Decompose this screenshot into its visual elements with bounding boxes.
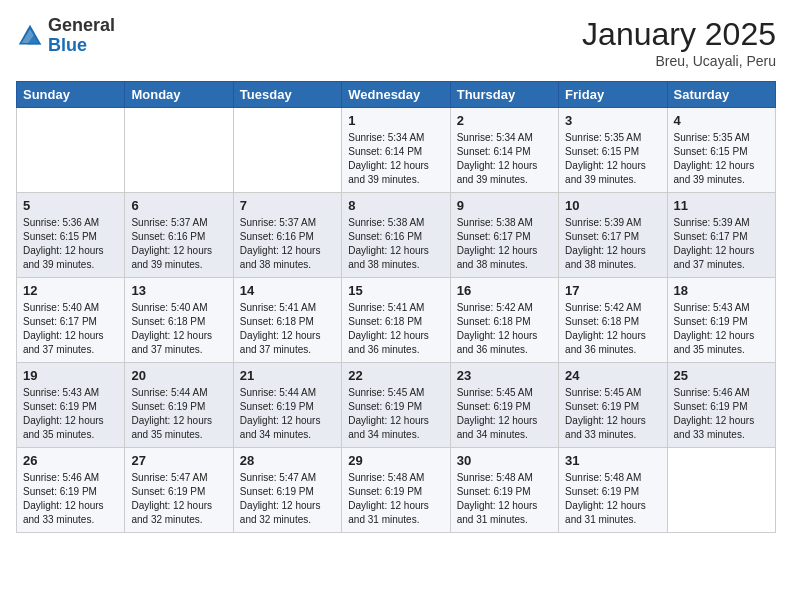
cell-content: Sunrise: 5:43 AMSunset: 6:19 PMDaylight:… [23,386,118,442]
calendar-cell: 3Sunrise: 5:35 AMSunset: 6:15 PMDaylight… [559,108,667,193]
calendar-cell [667,448,775,533]
day-number: 22 [348,368,443,383]
day-number: 30 [457,453,552,468]
day-number: 24 [565,368,660,383]
calendar-cell: 11Sunrise: 5:39 AMSunset: 6:17 PMDayligh… [667,193,775,278]
cell-content: Sunrise: 5:35 AMSunset: 6:15 PMDaylight:… [674,131,769,187]
logo: General Blue [16,16,115,56]
calendar-cell [233,108,341,193]
day-number: 21 [240,368,335,383]
day-number: 5 [23,198,118,213]
cell-content: Sunrise: 5:47 AMSunset: 6:19 PMDaylight:… [131,471,226,527]
day-number: 7 [240,198,335,213]
day-number: 8 [348,198,443,213]
day-number: 11 [674,198,769,213]
calendar-cell: 26Sunrise: 5:46 AMSunset: 6:19 PMDayligh… [17,448,125,533]
calendar-cell: 12Sunrise: 5:40 AMSunset: 6:17 PMDayligh… [17,278,125,363]
week-row-4: 19Sunrise: 5:43 AMSunset: 6:19 PMDayligh… [17,363,776,448]
weekday-header-friday: Friday [559,82,667,108]
cell-content: Sunrise: 5:41 AMSunset: 6:18 PMDaylight:… [240,301,335,357]
calendar-cell: 23Sunrise: 5:45 AMSunset: 6:19 PMDayligh… [450,363,558,448]
cell-content: Sunrise: 5:34 AMSunset: 6:14 PMDaylight:… [457,131,552,187]
day-number: 27 [131,453,226,468]
cell-content: Sunrise: 5:37 AMSunset: 6:16 PMDaylight:… [131,216,226,272]
calendar: SundayMondayTuesdayWednesdayThursdayFrid… [16,81,776,533]
cell-content: Sunrise: 5:40 AMSunset: 6:18 PMDaylight:… [131,301,226,357]
calendar-cell: 5Sunrise: 5:36 AMSunset: 6:15 PMDaylight… [17,193,125,278]
day-number: 2 [457,113,552,128]
calendar-cell: 1Sunrise: 5:34 AMSunset: 6:14 PMDaylight… [342,108,450,193]
weekday-header-thursday: Thursday [450,82,558,108]
cell-content: Sunrise: 5:39 AMSunset: 6:17 PMDaylight:… [674,216,769,272]
week-row-2: 5Sunrise: 5:36 AMSunset: 6:15 PMDaylight… [17,193,776,278]
calendar-cell: 20Sunrise: 5:44 AMSunset: 6:19 PMDayligh… [125,363,233,448]
day-number: 4 [674,113,769,128]
calendar-cell: 13Sunrise: 5:40 AMSunset: 6:18 PMDayligh… [125,278,233,363]
cell-content: Sunrise: 5:47 AMSunset: 6:19 PMDaylight:… [240,471,335,527]
cell-content: Sunrise: 5:38 AMSunset: 6:17 PMDaylight:… [457,216,552,272]
week-row-5: 26Sunrise: 5:46 AMSunset: 6:19 PMDayligh… [17,448,776,533]
weekday-header-saturday: Saturday [667,82,775,108]
logo-general: General [48,16,115,36]
cell-content: Sunrise: 5:45 AMSunset: 6:19 PMDaylight:… [348,386,443,442]
day-number: 13 [131,283,226,298]
weekday-header-wednesday: Wednesday [342,82,450,108]
month-title: January 2025 [582,16,776,53]
week-row-1: 1Sunrise: 5:34 AMSunset: 6:14 PMDaylight… [17,108,776,193]
day-number: 20 [131,368,226,383]
weekday-header-monday: Monday [125,82,233,108]
calendar-cell: 19Sunrise: 5:43 AMSunset: 6:19 PMDayligh… [17,363,125,448]
day-number: 1 [348,113,443,128]
calendar-cell: 2Sunrise: 5:34 AMSunset: 6:14 PMDaylight… [450,108,558,193]
cell-content: Sunrise: 5:45 AMSunset: 6:19 PMDaylight:… [565,386,660,442]
day-number: 14 [240,283,335,298]
calendar-cell: 14Sunrise: 5:41 AMSunset: 6:18 PMDayligh… [233,278,341,363]
cell-content: Sunrise: 5:42 AMSunset: 6:18 PMDaylight:… [565,301,660,357]
cell-content: Sunrise: 5:34 AMSunset: 6:14 PMDaylight:… [348,131,443,187]
logo-text: General Blue [48,16,115,56]
cell-content: Sunrise: 5:36 AMSunset: 6:15 PMDaylight:… [23,216,118,272]
cell-content: Sunrise: 5:48 AMSunset: 6:19 PMDaylight:… [457,471,552,527]
calendar-cell: 15Sunrise: 5:41 AMSunset: 6:18 PMDayligh… [342,278,450,363]
cell-content: Sunrise: 5:41 AMSunset: 6:18 PMDaylight:… [348,301,443,357]
cell-content: Sunrise: 5:44 AMSunset: 6:19 PMDaylight:… [131,386,226,442]
logo-blue: Blue [48,36,115,56]
cell-content: Sunrise: 5:48 AMSunset: 6:19 PMDaylight:… [348,471,443,527]
cell-content: Sunrise: 5:48 AMSunset: 6:19 PMDaylight:… [565,471,660,527]
cell-content: Sunrise: 5:44 AMSunset: 6:19 PMDaylight:… [240,386,335,442]
calendar-cell: 24Sunrise: 5:45 AMSunset: 6:19 PMDayligh… [559,363,667,448]
cell-content: Sunrise: 5:38 AMSunset: 6:16 PMDaylight:… [348,216,443,272]
title-block: January 2025 Breu, Ucayali, Peru [582,16,776,69]
cell-content: Sunrise: 5:46 AMSunset: 6:19 PMDaylight:… [674,386,769,442]
calendar-cell: 4Sunrise: 5:35 AMSunset: 6:15 PMDaylight… [667,108,775,193]
calendar-cell: 31Sunrise: 5:48 AMSunset: 6:19 PMDayligh… [559,448,667,533]
week-row-3: 12Sunrise: 5:40 AMSunset: 6:17 PMDayligh… [17,278,776,363]
calendar-cell: 27Sunrise: 5:47 AMSunset: 6:19 PMDayligh… [125,448,233,533]
calendar-cell: 21Sunrise: 5:44 AMSunset: 6:19 PMDayligh… [233,363,341,448]
calendar-cell: 18Sunrise: 5:43 AMSunset: 6:19 PMDayligh… [667,278,775,363]
cell-content: Sunrise: 5:37 AMSunset: 6:16 PMDaylight:… [240,216,335,272]
weekday-header-sunday: Sunday [17,82,125,108]
cell-content: Sunrise: 5:46 AMSunset: 6:19 PMDaylight:… [23,471,118,527]
day-number: 25 [674,368,769,383]
calendar-cell: 9Sunrise: 5:38 AMSunset: 6:17 PMDaylight… [450,193,558,278]
day-number: 3 [565,113,660,128]
weekday-header-tuesday: Tuesday [233,82,341,108]
cell-content: Sunrise: 5:40 AMSunset: 6:17 PMDaylight:… [23,301,118,357]
day-number: 28 [240,453,335,468]
day-number: 10 [565,198,660,213]
calendar-cell: 28Sunrise: 5:47 AMSunset: 6:19 PMDayligh… [233,448,341,533]
day-number: 6 [131,198,226,213]
calendar-cell: 8Sunrise: 5:38 AMSunset: 6:16 PMDaylight… [342,193,450,278]
cell-content: Sunrise: 5:35 AMSunset: 6:15 PMDaylight:… [565,131,660,187]
day-number: 15 [348,283,443,298]
calendar-cell [17,108,125,193]
calendar-cell: 17Sunrise: 5:42 AMSunset: 6:18 PMDayligh… [559,278,667,363]
calendar-cell: 22Sunrise: 5:45 AMSunset: 6:19 PMDayligh… [342,363,450,448]
cell-content: Sunrise: 5:43 AMSunset: 6:19 PMDaylight:… [674,301,769,357]
day-number: 17 [565,283,660,298]
day-number: 16 [457,283,552,298]
cell-content: Sunrise: 5:39 AMSunset: 6:17 PMDaylight:… [565,216,660,272]
day-number: 23 [457,368,552,383]
day-number: 9 [457,198,552,213]
